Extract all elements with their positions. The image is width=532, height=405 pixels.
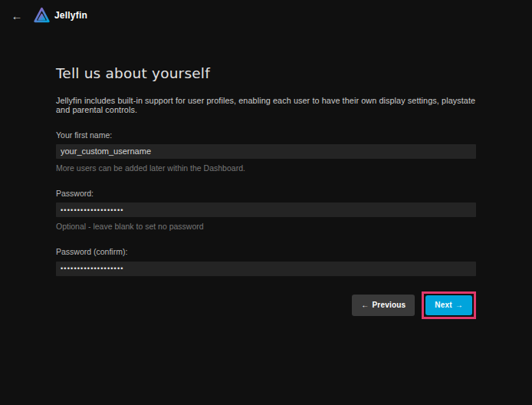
password-helper: Optional - leave blank to set no passwor… (56, 222, 476, 231)
previous-button[interactable]: ← Previous (352, 295, 415, 316)
previous-button-label: Previous (372, 301, 406, 309)
first-name-label: Your first name: (56, 130, 476, 140)
first-name-helper: More users can be added later within the… (56, 163, 476, 173)
wizard-button-row: ← Previous Next → (56, 291, 476, 319)
password-confirm-input[interactable] (56, 262, 476, 276)
previous-arrow-icon: ← (361, 301, 369, 309)
jellyfin-logo: Jellyfin (32, 6, 87, 25)
password-confirm-field: Password (confirm): (56, 247, 476, 276)
next-button-label: Next (435, 301, 452, 309)
page-description: Jellyfin includes built-in support for u… (56, 96, 476, 114)
next-button-highlight: Next → (422, 291, 476, 319)
password-confirm-label: Password (confirm): (56, 247, 476, 256)
wizard-user-page: Tell us about yourself Jellyfin includes… (56, 31, 476, 319)
password-input[interactable] (56, 202, 476, 217)
password-label: Password: (56, 189, 476, 198)
first-name-input[interactable] (56, 144, 476, 159)
page-title: Tell us about yourself (56, 65, 476, 81)
back-button[interactable]: ← (8, 6, 26, 25)
next-arrow-icon: → (455, 301, 463, 309)
first-name-field: Your first name: More users can be added… (56, 130, 476, 173)
jellyfin-logo-icon (32, 6, 51, 25)
app-name: Jellyfin (54, 10, 87, 21)
header: ← Jellyfin (0, 0, 532, 31)
password-field: Password: Optional - leave blank to set … (56, 189, 476, 232)
next-button[interactable]: Next → (425, 295, 472, 315)
back-arrow-icon: ← (11, 9, 23, 22)
